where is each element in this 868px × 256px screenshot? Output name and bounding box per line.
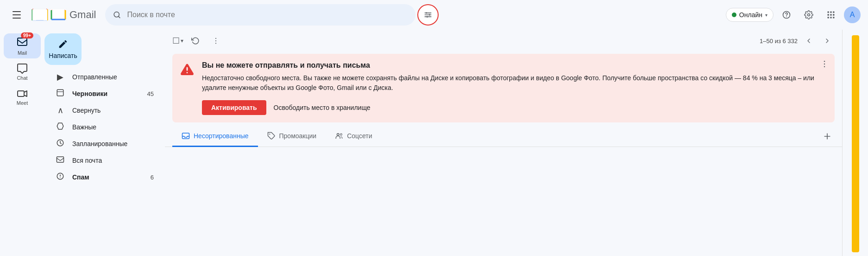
compose-label: Написать (49, 52, 77, 59)
refresh-icon (191, 37, 200, 45)
svg-point-13 (808, 14, 810, 16)
svg-rect-19 (833, 14, 834, 15)
sidebar-chat-label: Chat (17, 75, 27, 81)
svg-point-30 (215, 40, 216, 41)
free-space-link[interactable]: Освободить место в хранилище (274, 104, 371, 111)
svg-rect-27 (57, 157, 64, 162)
main-body: 99+ Mail Chat Meet Напи (0, 30, 868, 256)
nav-spam-count: 6 (151, 174, 154, 181)
nav-collapse-label: Свернуть (72, 107, 154, 114)
alert-more-button[interactable] (820, 59, 829, 71)
tabs-bar: Несортированные Промоакции Соцсети (165, 126, 842, 147)
tab-social[interactable]: Соцсети (326, 126, 381, 147)
chevron-left-icon (805, 37, 812, 45)
avatar[interactable]: A (844, 6, 861, 23)
apps-icon (826, 10, 836, 19)
header: Gmail (0, 0, 868, 30)
meet-icon (17, 88, 28, 99)
search-input[interactable] (127, 11, 408, 19)
next-page-button[interactable] (820, 33, 835, 48)
inbox-icon (182, 132, 190, 140)
online-dot (732, 13, 736, 17)
search-bar (105, 4, 439, 26)
nav-item-collapse[interactable]: ∧ Свернуть (44, 102, 161, 119)
sidebar-item-chat[interactable]: Chat (4, 60, 41, 83)
sidebar-mail-wrap: 99+ Mail (4, 33, 41, 58)
scheduled-icon (56, 139, 65, 149)
search-filter-button[interactable] (417, 4, 439, 26)
nav-item-all-mail[interactable]: Вся почта (44, 152, 161, 169)
tab-unsorted[interactable]: Несортированные (172, 126, 258, 147)
nav-item-sent[interactable]: ▶ Отправленные (44, 69, 161, 85)
right-edge-bar (842, 30, 868, 256)
nav-item-drafts[interactable]: Черновики 45 (44, 85, 161, 102)
logo: Gmail (31, 6, 96, 23)
more-options-button[interactable] (208, 32, 224, 49)
activate-button[interactable]: Активировать (202, 100, 266, 115)
svg-point-8 (426, 12, 427, 13)
apps-button[interactable] (822, 6, 840, 24)
alert-title: Вы не можете отправлять и получать письм… (202, 61, 827, 70)
all-mail-icon (56, 155, 65, 166)
nav-drafts-count: 45 (147, 90, 154, 97)
nav-sent-label: Отправленные (72, 73, 154, 81)
svg-rect-16 (833, 12, 834, 13)
svg-rect-17 (828, 14, 829, 15)
hamburger-button[interactable] (7, 6, 26, 24)
svg-rect-24 (18, 91, 24, 96)
prev-page-button[interactable] (801, 33, 816, 48)
important-icon (56, 122, 65, 133)
nav-item-important[interactable]: Важные (44, 119, 161, 135)
nav-drafts-label: Черновики (72, 90, 140, 97)
tab-promo[interactable]: Промоакции (258, 126, 326, 147)
search-icon (113, 10, 121, 19)
svg-point-36 (269, 134, 270, 134)
nav-all-mail-label: Вся почта (72, 157, 154, 164)
svg-rect-18 (830, 14, 831, 15)
gear-icon (804, 10, 813, 19)
alert-body: Вы не можете отправлять и получать письм… (202, 61, 827, 115)
svg-rect-25 (57, 90, 63, 96)
svg-point-34 (824, 66, 825, 68)
avatar-initials: A (850, 11, 855, 19)
drafts-icon (56, 89, 65, 99)
checkbox-icon: ☐ (172, 36, 180, 46)
filter-icon (423, 10, 433, 19)
toolbar: ☐ ▾ 1–50 из 6 332 (165, 30, 842, 52)
nav-important-label: Важные (72, 123, 154, 131)
refresh-button[interactable] (187, 32, 204, 49)
header-right: Онлайн ▾ (726, 6, 861, 24)
help-icon (782, 10, 791, 19)
svg-point-12 (786, 16, 787, 17)
svg-rect-15 (830, 12, 831, 13)
spam-icon (56, 172, 65, 183)
right-edge-stripe (852, 35, 859, 252)
nav-spam-label: Спам (72, 173, 143, 181)
compose-button[interactable]: Написать (44, 33, 82, 65)
tab-social-label: Соцсети (347, 132, 372, 140)
sidebar-meet-label: Meet (17, 100, 28, 106)
select-all-checkbox[interactable]: ☐ ▾ (172, 36, 183, 46)
settings-button[interactable] (799, 6, 818, 24)
sidebar-item-meet[interactable]: Meet (4, 85, 41, 109)
sidebar-nav: 99+ Mail Chat Meet (0, 30, 44, 256)
nav-item-scheduled[interactable]: Запланированные (44, 135, 161, 152)
pagination-text: 1–50 из 6 332 (760, 38, 798, 45)
sidebar-mail-label: Mail (18, 50, 27, 56)
gmail-logo-icon (31, 6, 48, 23)
left-nav: Написать ▶ Отправленные Черновики 45 ∧ С… (44, 30, 165, 256)
online-status-label: Онлайн (739, 11, 762, 19)
sidebar-item-mail[interactable]: 99+ Mail (4, 33, 41, 58)
nav-item-spam[interactable]: Спам 6 (44, 169, 161, 186)
online-status-button[interactable]: Онлайн ▾ (726, 8, 774, 22)
chevron-down-icon: ▾ (765, 13, 767, 18)
plus-icon (823, 132, 832, 141)
search-input-wrap (105, 4, 415, 26)
more-vertical-icon (820, 59, 829, 69)
sent-icon: ▶ (56, 72, 65, 82)
add-tab-button[interactable] (820, 129, 835, 144)
compose-icon (58, 39, 68, 49)
svg-rect-21 (830, 17, 831, 18)
svg-rect-14 (828, 12, 829, 13)
help-button[interactable] (777, 6, 796, 24)
